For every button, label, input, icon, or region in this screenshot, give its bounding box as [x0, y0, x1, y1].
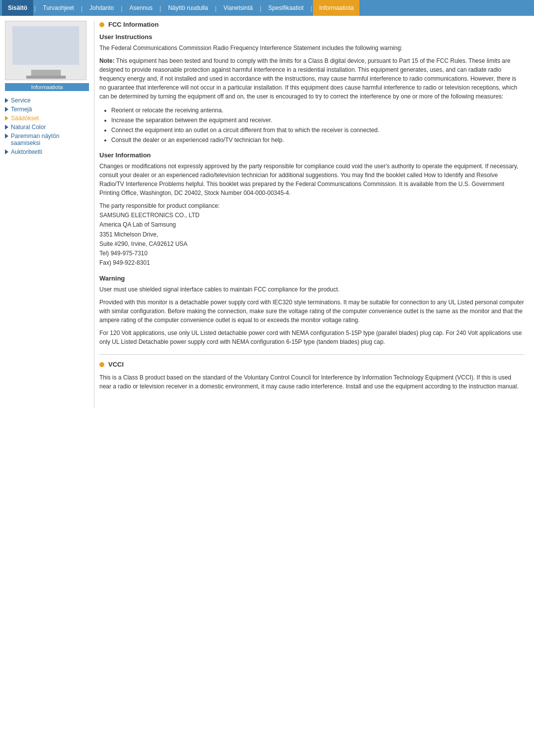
- address-block: The party responsible for product compli…: [99, 201, 524, 268]
- vcci-dot-icon: [99, 362, 104, 367]
- triangle-icon: [5, 125, 8, 130]
- bullet-item: Consult the dealer or an experienced rad…: [111, 136, 524, 144]
- sidebar-item-termeja[interactable]: Termejä: [5, 106, 89, 113]
- fcc-dot-icon: [99, 22, 104, 27]
- user-instructions-intro: The Federal Communications Commission Ra…: [99, 44, 524, 52]
- sidebar-thumbnail: [5, 21, 87, 80]
- nav-item-turvaohjeet[interactable]: Turvaohjeet: [37, 0, 80, 16]
- warning-line1: User must use shielded signal interface …: [99, 285, 524, 294]
- address-line-3: 3351 Michelson Drive,: [99, 231, 158, 238]
- user-information-block: User Information Changes or modification…: [99, 151, 524, 268]
- note-label: Note:: [99, 57, 115, 64]
- page-layout: Informaatiota Service Termejä Säädökset: [0, 16, 534, 413]
- sidebar-item-natural-color[interactable]: Natural Color: [5, 124, 89, 131]
- note-bullets: Reorient or relocate the receiving anten…: [111, 106, 524, 144]
- section-divider: [99, 354, 524, 355]
- top-navigation: Sisältö | Turvaohjeet | Johdanto | Asenn…: [0, 0, 534, 16]
- triangle-icon: [5, 149, 8, 154]
- nav-item-naytto[interactable]: Näyttö ruudulla: [162, 0, 214, 16]
- user-instructions-block: User Instructions The Federal Communicat…: [99, 33, 524, 144]
- nav-item-johdanto[interactable]: Johdanto: [84, 0, 120, 16]
- user-instructions-heading: User Instructions: [99, 33, 524, 41]
- fcc-section-header: FCC Information: [99, 21, 524, 28]
- sidebar-item-paremman[interactable]: Paremman näytön saamiseksi: [5, 133, 89, 146]
- sidebar-nav: Service Termejä Säädökset Natural Color: [5, 97, 89, 155]
- sidebar-item-auktoriteetti[interactable]: Auktoriteetti: [5, 148, 89, 155]
- address-line-4: Suite #290, Irvine, CA92612 USA: [99, 240, 187, 247]
- vcci-content-block: This is a Class B product based on the s…: [99, 373, 524, 391]
- bullet-item: Reorient or relocate the receiving anten…: [111, 106, 524, 115]
- fcc-section-title: FCC Information: [108, 21, 159, 28]
- thumbnail-stand: [31, 70, 61, 76]
- nav-item-informaatiota[interactable]: Informaatiota: [313, 0, 359, 16]
- triangle-icon: [5, 98, 8, 103]
- vcci-section-title: VCCI: [108, 361, 124, 368]
- sidebar-item-service[interactable]: Service: [5, 97, 89, 104]
- user-information-heading: User Information: [99, 151, 524, 159]
- triangle-icon: [5, 134, 8, 139]
- sidebar-item-saadokset[interactable]: Säädökset: [5, 115, 89, 122]
- bullet-item: Increase the separation between the equi…: [111, 116, 524, 125]
- user-information-paragraph: Changes or modifications not expressly a…: [99, 162, 524, 197]
- nav-item-sisalto[interactable]: Sisältö: [2, 0, 33, 16]
- note-text: Note: This equipment has been tested and…: [99, 56, 524, 101]
- sidebar: Informaatiota Service Termejä Säädökset: [0, 21, 94, 408]
- nav-item-vianetsinta[interactable]: Vianetsintä: [218, 0, 259, 16]
- address-line-2: America QA Lab of Samsung: [99, 221, 176, 228]
- vcci-text: This is a Class B product based on the s…: [99, 373, 524, 391]
- note-content: This equipment has been tested and found…: [99, 57, 517, 100]
- nav-item-spesifikaatiot[interactable]: Spesifikaatiot: [263, 0, 310, 16]
- triangle-icon: [5, 116, 8, 121]
- bullet-item: Connect the equipment into an outlet on …: [111, 126, 524, 135]
- warning-heading: Warning: [99, 275, 524, 282]
- warning-line2: Provided with this monitor is a detachab…: [99, 298, 524, 325]
- nav-item-asennus[interactable]: Asennus: [124, 0, 159, 16]
- sidebar-label: Informaatiota: [5, 83, 89, 91]
- address-line-6: Fax) 949-922-8301: [99, 259, 150, 266]
- address-line-1: SAMSUNG ELECTRONICS CO., LTD: [99, 212, 199, 219]
- thumbnail-screen: [12, 26, 79, 65]
- triangle-icon: [5, 107, 8, 112]
- address-intro: The party responsible for product compli…: [99, 202, 220, 209]
- address-line-5: Tel) 949-975-7310: [99, 250, 147, 257]
- warning-line3: For 120 Volt applications, use only UL L…: [99, 329, 524, 346]
- warning-block: Warning User must use shielded signal in…: [99, 275, 524, 346]
- vcci-section-header: VCCI: [99, 361, 524, 368]
- main-content: FCC Information User Instructions The Fe…: [94, 21, 534, 408]
- thumbnail-stand-base: [26, 76, 66, 79]
